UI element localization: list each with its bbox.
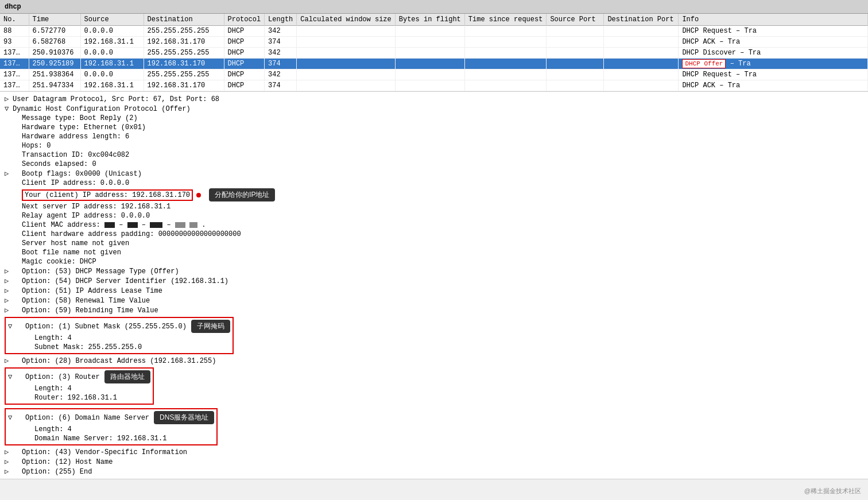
table-cell: 251.938364	[29, 69, 80, 80]
col-destination[interactable]: Destination	[144, 14, 224, 26]
packet-tbody: 886.5727700.0.0.0255.255.255.255DHCP342D…	[0, 26, 868, 91]
tree-text: Domain Name Server: 192.168.31.1	[34, 435, 166, 443]
detail-line: ▽Option: (1) Subnet Mask (255.255.255.0)…	[8, 319, 230, 334]
col-protocol[interactable]: Protocol	[224, 14, 265, 26]
tree-text: Your (client) IP address: 192.168.31.170	[25, 191, 190, 199]
tree-text: Hardware type: Ethernet (0x01)	[22, 123, 146, 131]
detail-line: Your (client) IP address: 192.168.31.170…	[5, 188, 863, 202]
detail-line: Hardware type: Ethernet (0x01)	[5, 123, 863, 132]
table-cell	[297, 37, 395, 48]
table-cell: 192.168.31.170	[144, 37, 224, 48]
table-row[interactable]: 936.582768192.168.31.1192.168.31.170DHCP…	[0, 37, 868, 48]
tree-toggle[interactable]: ▷	[5, 95, 13, 103]
detail-line: ▽Option: (6) Domain Name ServerDNS服务器地址	[8, 410, 214, 425]
tree-text: Option: (12) Host Name	[22, 458, 113, 466]
tree-text: Server host name not given	[22, 239, 129, 247]
col-src-port[interactable]: Source Port	[547, 14, 604, 26]
col-bytes-flight[interactable]: Bytes in flight	[395, 14, 464, 26]
tree-text: Option: (43) Vendor-Specific Information	[22, 448, 187, 456]
col-source[interactable]: Source	[80, 14, 144, 26]
table-cell	[464, 59, 547, 69]
table-row[interactable]: 886.5727700.0.0.0255.255.255.255DHCP342D…	[0, 26, 868, 37]
table-cell: 192.168.31.1	[80, 37, 144, 48]
tree-text: Bootp flags: 0x0000 (Unicast)	[22, 170, 142, 178]
detail-line: Transaction ID: 0xc004c082	[5, 150, 863, 160]
title-bar: dhcp	[0, 0, 868, 14]
detail-line: ▷User Datagram Protocol, Src Port: 67, D…	[5, 94, 863, 104]
table-cell: 192.168.31.170	[144, 80, 224, 91]
tree-toggle[interactable]: ▷	[5, 296, 13, 305]
tree-text: Option: (28) Broadcast Address (192.168.…	[22, 357, 216, 365]
table-row[interactable]: 137…251.9383640.0.0.0255.255.255.255DHCP…	[0, 69, 868, 80]
tree-toggle[interactable]: ▷	[5, 448, 13, 456]
tree-text: Option: (59) Rebinding Time Value	[22, 307, 158, 315]
tree-toggle[interactable]: ▷	[5, 267, 13, 276]
detail-line: ▷Bootp flags: 0x0000 (Unicast)	[5, 169, 863, 179]
col-time[interactable]: Time	[29, 14, 80, 26]
table-cell	[604, 69, 679, 80]
tree-toggle[interactable]: ▷	[5, 277, 13, 285]
detail-line: Subnet Mask: 255.255.255.0	[8, 343, 230, 352]
annotation-label: 子网掩码	[191, 320, 230, 333]
tree-text: Option: (6) Domain Name Server	[25, 414, 149, 422]
tree-text: Length: 4	[34, 385, 72, 393]
tree-toggle[interactable]: ▷	[5, 169, 13, 178]
table-row[interactable]: 137…250.9103760.0.0.0255.255.255.255DHCP…	[0, 48, 868, 59]
detail-line: Client hardware address padding: 0000000…	[5, 230, 863, 239]
tree-text: Client MAC address: – – – .	[22, 221, 206, 229]
col-no[interactable]: No.	[0, 14, 29, 26]
table-cell	[395, 26, 464, 37]
title-label: dhcp	[5, 3, 21, 11]
table-cell: 374	[265, 80, 297, 91]
detail-line: Client MAC address: – – – .	[5, 220, 863, 230]
tree-toggle[interactable]: ▷	[5, 458, 13, 466]
col-calc-window[interactable]: Calculated window size	[297, 14, 395, 26]
col-time-since[interactable]: Time since request	[464, 14, 547, 26]
table-cell: 250.925189	[29, 59, 80, 69]
tree-toggle[interactable]: ▷	[5, 467, 13, 476]
col-length[interactable]: Length	[265, 14, 297, 26]
tree-text: Length: 4	[34, 334, 72, 342]
tree-text: Router: 192.168.31.1	[34, 394, 117, 402]
detail-line: ▷Option: (54) DHCP Server Identifier (19…	[5, 276, 863, 286]
table-cell: 250.910376	[29, 48, 80, 59]
tree-toggle[interactable]: ▽	[8, 373, 16, 381]
table-cell	[464, 69, 547, 80]
tree-toggle[interactable]: ▽	[5, 104, 13, 113]
table-cell: 255.255.255.255	[144, 48, 224, 59]
table-cell	[547, 37, 604, 48]
tree-toggle[interactable]: ▽	[8, 322, 16, 331]
table-cell: DHCP	[224, 59, 265, 69]
tree-text: User Datagram Protocol, Src Port: 67, Ds…	[13, 95, 219, 103]
table-row[interactable]: 137…251.947334192.168.31.1192.168.31.170…	[0, 80, 868, 91]
col-dst-port[interactable]: Destination Port	[604, 14, 679, 26]
table-cell: 93	[0, 37, 29, 48]
table-cell	[297, 69, 395, 80]
detail-panel: ▷User Datagram Protocol, Src Port: 67, D…	[0, 92, 868, 479]
detail-line: ▷Option: (59) Rebinding Time Value	[5, 305, 863, 315]
tree-toggle[interactable]: ▷	[5, 306, 13, 315]
table-cell: DHCP	[224, 69, 265, 80]
detail-line: Next server IP address: 192.168.31.1	[5, 202, 863, 211]
tree-text: Client IP address: 0.0.0.0	[22, 179, 129, 187]
table-cell	[297, 80, 395, 91]
table-cell: 255.255.255.255	[144, 26, 224, 37]
annotation-label: 分配给你的IP地址	[209, 188, 275, 201]
col-info[interactable]: Info	[679, 14, 868, 26]
tree-toggle[interactable]: ▽	[8, 413, 16, 422]
detail-line: Server host name not given	[5, 239, 863, 248]
detail-line: Router: 192.168.31.1	[8, 393, 150, 402]
table-cell	[464, 26, 547, 37]
tree-toggle[interactable]: ▷	[5, 286, 13, 295]
tree-toggle[interactable]: ▷	[5, 356, 13, 365]
table-cell: 6.582768	[29, 37, 80, 48]
table-row[interactable]: 137…250.925189192.168.31.1192.168.31.170…	[0, 59, 868, 69]
table-cell	[395, 59, 464, 69]
packet-table: No. Time Source Destination Protocol Len…	[0, 14, 868, 91]
tree-text: Option: (255) End	[22, 468, 92, 476]
table-cell: DHCP	[224, 26, 265, 37]
detail-line: Hops: 0	[5, 141, 863, 150]
detail-line: Boot file name not given	[5, 248, 863, 257]
table-cell: DHCP ACK – Tra	[679, 37, 868, 48]
table-cell	[395, 80, 464, 91]
